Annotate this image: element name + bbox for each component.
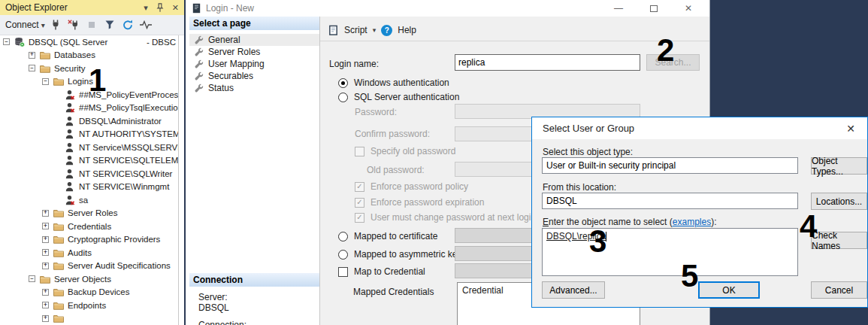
mapped-certificate-radio[interactable]: Mapped to certificate	[338, 231, 437, 241]
examples-link[interactable]: examples	[673, 217, 711, 227]
tree-item-login[interactable]: NT AUTHORITY\SYSTEM	[0, 128, 178, 141]
expander-icon[interactable]	[42, 289, 49, 296]
must-change-password-checkbox[interactable]: User must change password at next login	[355, 212, 536, 223]
folder-icon	[53, 260, 64, 271]
page-item-securables[interactable]: Securables	[189, 70, 319, 82]
tree-item-login[interactable]: NT SERVICE\SQLTELEMETRY	[0, 154, 178, 168]
stop-icon[interactable]	[84, 17, 99, 32]
folder-icon	[53, 208, 64, 218]
tree-item-login[interactable]: NT SERVICE\Winmgmt	[0, 181, 178, 194]
connection-label: Connection:	[198, 320, 246, 325]
connect-button[interactable]: Connect	[5, 20, 39, 30]
expander-icon[interactable]	[42, 223, 49, 229]
expander-icon[interactable]	[42, 315, 49, 322]
tree-item-server[interactable]: DBSQL (SQL Server - DBSC	[0, 35, 178, 49]
script-button[interactable]: Script	[344, 25, 367, 35]
radio-icon	[338, 93, 348, 102]
object-name-textbox[interactable]: DBSQL\replica	[542, 228, 798, 276]
location-field[interactable]: DBSQL	[542, 193, 798, 209]
expander-icon[interactable]	[42, 263, 49, 269]
close-icon[interactable]: ✕	[846, 123, 857, 135]
expander-icon[interactable]	[3, 38, 10, 45]
object-type-field[interactable]: User or Built-in security principal	[542, 157, 798, 174]
expander-icon[interactable]	[29, 65, 35, 71]
tree-item-server-objects[interactable]: Server Objects	[0, 272, 178, 286]
tree-item-login[interactable]: NT SERVICE\SQLWriter	[0, 167, 178, 181]
connect-object-explorer-icon[interactable]	[48, 17, 63, 32]
radio-icon	[338, 250, 348, 260]
tree-item-login[interactable]: NT Service\MSSQLSERVER	[0, 141, 178, 154]
tree-item-login[interactable]: ##MS_PolicyTsqlExecutionL	[0, 102, 178, 115]
chevron-down-icon[interactable]: ▾	[41, 21, 45, 29]
dialog-titlebar: Select User or Group ✕	[532, 117, 867, 139]
filter-icon[interactable]	[102, 17, 117, 32]
window-position-chevron-icon[interactable]: ▾	[144, 3, 148, 13]
maximize-icon[interactable]	[650, 5, 658, 12]
minimize-icon[interactable]: —	[614, 3, 623, 14]
page-item-status[interactable]: Status	[189, 82, 319, 94]
close-icon[interactable]: ✕	[685, 3, 692, 14]
enforce-policy-checkbox[interactable]: Enforce password policy	[355, 181, 468, 192]
tree-item-databases[interactable]: Databases	[0, 49, 178, 62]
pin-icon[interactable]	[156, 3, 164, 13]
checkbox-checked-icon	[355, 213, 364, 223]
checkbox-checked-icon	[355, 182, 364, 192]
user-icon	[65, 181, 75, 192]
expander-icon[interactable]	[42, 249, 49, 256]
user-icon	[65, 116, 75, 126]
tree-item-cryptographic-providers[interactable]: Cryptographic Providers	[0, 233, 178, 247]
tree-item-backup-devices[interactable]: Backup Devices	[0, 286, 178, 299]
expander-icon[interactable]	[42, 78, 49, 85]
tree-item-audits[interactable]: Audits	[0, 246, 178, 260]
object-types-button[interactable]: Object Types...	[811, 157, 867, 175]
expander-icon[interactable]	[42, 302, 49, 308]
user-icon	[65, 155, 75, 166]
tree-item-partial[interactable]	[0, 312, 178, 325]
help-button[interactable]: Help	[398, 25, 416, 35]
expander-icon[interactable]	[42, 236, 49, 243]
help-icon: ?	[381, 25, 392, 36]
tree-item-login[interactable]: sa	[0, 193, 178, 207]
enforce-expiration-checkbox[interactable]: Enforce password expiration	[355, 197, 484, 208]
cancel-button[interactable]: Cancel	[811, 281, 867, 299]
wrench-icon	[195, 71, 204, 80]
folder-icon	[40, 63, 50, 74]
tree-item-server-roles[interactable]: Server Roles	[0, 207, 178, 220]
close-icon[interactable]: ✕	[172, 3, 179, 13]
activity-monitor-icon[interactable]	[138, 17, 153, 32]
page-item-general[interactable]: General	[189, 34, 319, 46]
tree-item-endpoints[interactable]: Endpoints	[0, 299, 178, 312]
page-item-server-roles[interactable]: Server Roles	[189, 46, 319, 58]
tree-item-credentials[interactable]: Credentials	[0, 220, 178, 233]
confirm-password-label: Confirm password:	[355, 129, 430, 139]
specify-old-password-checkbox[interactable]: Specify old password	[355, 146, 455, 156]
refresh-icon[interactable]	[120, 17, 135, 32]
expander-icon[interactable]	[29, 275, 35, 282]
database-server-icon	[14, 37, 25, 47]
connection-server-label: Server:	[198, 292, 228, 302]
sql-auth-radio[interactable]: SQL Server authentication	[338, 92, 459, 102]
connection-server-value: DBSQL	[198, 302, 229, 313]
page-item-user-mapping[interactable]: User Mapping	[189, 58, 319, 70]
advanced-button[interactable]: Advanced...	[542, 281, 605, 299]
check-names-button[interactable]: Check Names	[811, 232, 867, 249]
chevron-down-icon[interactable]: ▾	[373, 26, 377, 34]
tree-item-server-audit-specifications[interactable]: Server Audit Specifications	[0, 260, 178, 273]
tree-item-label: DBSQL (SQL Server	[29, 38, 107, 47]
object-explorer-panel: Object Explorer ▾ ✕ Connect ▾	[0, 0, 184, 325]
map-credential-checkbox[interactable]: Map to Credential	[338, 266, 425, 277]
expander-icon[interactable]	[29, 52, 35, 59]
login-name-label: Login name:	[329, 59, 379, 69]
ok-button[interactable]: OK	[698, 281, 760, 299]
disconnect-icon[interactable]	[66, 17, 81, 32]
windows-auth-radio[interactable]: Windows authentication	[338, 77, 449, 88]
wrench-icon	[195, 47, 204, 56]
login-name-input[interactable]	[455, 54, 640, 71]
folder-icon	[53, 76, 64, 87]
expander-icon[interactable]	[42, 210, 49, 217]
old-password-label: Old password:	[367, 165, 425, 175]
locations-button[interactable]: Locations...	[811, 193, 867, 210]
tree-item-login[interactable]: DBSQL\Administrator	[0, 114, 178, 128]
mapped-asymmetric-radio[interactable]: Mapped to asymmetric key	[338, 249, 461, 260]
panel-title: Object Explorer	[5, 2, 68, 13]
